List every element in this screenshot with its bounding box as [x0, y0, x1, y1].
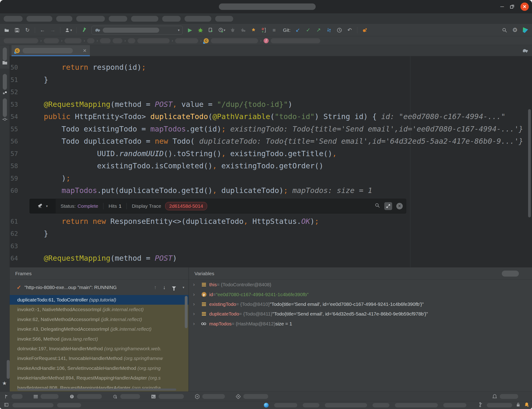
- strip-scrollbar-thumb[interactable]: [7, 360, 10, 379]
- back-icon[interactable]: ←: [39, 27, 45, 34]
- menu-item[interactable]: [56, 16, 72, 22]
- code-editor[interactable]: 50 return respond(id);51 }5253 @RequestM…: [10, 56, 532, 267]
- chevron-right-icon[interactable]: ›: [193, 282, 200, 288]
- editor-tab[interactable]: C ✕: [11, 45, 90, 56]
- toolwindow-profiler[interactable]: [113, 394, 140, 399]
- code-line[interactable]: 52: [10, 86, 532, 98]
- previous-frame-icon[interactable]: ↑: [154, 284, 156, 290]
- structure-icon[interactable]: [2, 91, 8, 96]
- menu-item[interactable]: [4, 16, 23, 22]
- status-item[interactable]: [325, 403, 367, 407]
- breadcrumb-item[interactable]: [100, 38, 111, 43]
- profiler-icon[interactable]: ▾: [218, 27, 226, 34]
- search-icon[interactable]: [375, 203, 380, 209]
- code-line[interactable]: 58 existingTodo.isCompleted(), existingT…: [10, 160, 532, 172]
- git-fetch-icon[interactable]: [326, 27, 332, 34]
- line-number[interactable]: 63: [10, 240, 18, 252]
- line-number[interactable]: 59: [10, 172, 18, 185]
- frame-row[interactable]: doInvoke:197, InvocableHandlerMethod (or…: [10, 344, 189, 353]
- build-hammer-icon[interactable]: [81, 27, 87, 34]
- toolwindow-problems[interactable]: [70, 394, 102, 399]
- variable-row[interactable]: ›pid = "ee0d7080-c167-4994-9241-1c4b6fe3…: [189, 289, 532, 299]
- run-configuration-select[interactable]: ▾: [92, 26, 183, 35]
- debug-icon[interactable]: [198, 27, 203, 34]
- toolwindow-endpoints[interactable]: [195, 394, 225, 399]
- frame-row[interactable]: invokeForRequest:141, InvocableHandlerMe…: [10, 353, 189, 363]
- gradle-elephant-icon[interactable]: [522, 47, 528, 54]
- toolwindow-terminal[interactable]: [151, 394, 184, 399]
- breadcrumb-item[interactable]: [113, 38, 122, 43]
- commit-target-icon[interactable]: [2, 117, 8, 122]
- rerun-tasks-icon[interactable]: *: [250, 28, 256, 35]
- status-item[interactable]: [372, 403, 390, 407]
- breadcrumb-item[interactable]: [65, 38, 82, 43]
- toolwindow-debug[interactable]: [5, 394, 23, 399]
- history-clock-icon[interactable]: [336, 27, 342, 34]
- variable-row[interactable]: ›mapTodos = {HashMap@8412} size = 1: [189, 319, 532, 329]
- run-icon[interactable]: ▶: [187, 27, 193, 34]
- git-push-icon[interactable]: ↗: [316, 27, 322, 34]
- code-line[interactable]: 60 mapTodos.put(duplicateTodo.getId(), d…: [10, 185, 532, 197]
- open-folder-icon[interactable]: [4, 27, 10, 34]
- code-line[interactable]: 63: [10, 240, 532, 252]
- minimize-button[interactable]: ─: [500, 4, 504, 9]
- frames-hscrollbar-thumb[interactable]: [17, 389, 176, 390]
- breadcrumb-item[interactable]: [137, 38, 170, 43]
- trace-mode-selector[interactable]: ▾: [30, 199, 56, 213]
- code-line[interactable]: 59 );: [10, 172, 532, 185]
- menu-item[interactable]: [27, 16, 52, 22]
- lock-icon[interactable]: [516, 402, 520, 408]
- variables-panel-control-redacted[interactable]: [502, 270, 519, 277]
- breadcrumb-item[interactable]: [175, 38, 198, 43]
- notification-bell-icon[interactable]: [524, 402, 529, 408]
- line-number[interactable]: 53: [10, 98, 18, 111]
- frame-row[interactable]: invoke0:-1, NativeMethodAccessorImpl (jd…: [10, 305, 189, 314]
- code-line[interactable]: 55 Todo existingTodo = mapTodos.get(id);…: [10, 123, 532, 135]
- frames-scrollbar-thumb[interactable]: [185, 296, 188, 328]
- status-item[interactable]: [57, 403, 81, 407]
- toolwindow-button[interactable]: [3, 98, 7, 117]
- branch-name-redacted[interactable]: [487, 403, 512, 407]
- favorites-star-icon[interactable]: ★: [2, 380, 7, 386]
- trace-id-badge[interactable]: 2d61458d-5014: [165, 202, 207, 210]
- run-with-coverage-icon[interactable]: [208, 27, 214, 34]
- user-profile-icon[interactable]: ▾: [65, 27, 72, 34]
- code-line[interactable]: 56 Todo duplicateTodo = new Todo( duplic…: [10, 135, 532, 148]
- ide-plugin-logo-icon[interactable]: [522, 27, 528, 33]
- rollback-icon[interactable]: ↶: [347, 27, 353, 34]
- git-update-icon[interactable]: ↙: [295, 27, 301, 34]
- line-number[interactable]: 60: [10, 185, 18, 197]
- display-trace-label[interactable]: Display Trace: [132, 203, 161, 209]
- notifications-toolwindow[interactable]: [492, 394, 518, 399]
- frame-row[interactable]: invoke:43, DelegatingMethodAccessorImpl …: [10, 324, 189, 334]
- menu-item[interactable]: [215, 16, 233, 22]
- filter-funnel-icon[interactable]: [172, 287, 176, 288]
- tab-close-icon[interactable]: ✕: [83, 48, 87, 53]
- frame-row[interactable]: invokeAndHandle:106, ServletInvocableHan…: [10, 363, 189, 373]
- variable-row[interactable]: ›existingTodo = {Todo@8410} "Todo{title=…: [189, 299, 532, 309]
- line-number[interactable]: 50: [10, 61, 18, 74]
- next-frame-icon[interactable]: ↓: [163, 284, 165, 290]
- chevron-right-icon[interactable]: ›: [193, 301, 200, 307]
- line-number[interactable]: 54: [10, 111, 18, 123]
- toolwindow-button[interactable]: [3, 47, 7, 61]
- variable-row[interactable]: ›this = {TodoController@8408}: [189, 280, 532, 289]
- menu-item[interactable]: [162, 16, 181, 22]
- chevron-right-icon[interactable]: ›: [193, 321, 200, 327]
- breadcrumb-item[interactable]: [87, 38, 95, 43]
- line-number[interactable]: 51: [10, 74, 18, 86]
- breadcrumb-item-class[interactable]: [211, 38, 258, 43]
- close-trace-icon[interactable]: ✕: [396, 203, 403, 209]
- restore-button[interactable]: [510, 4, 514, 9]
- status-item[interactable]: [12, 403, 53, 407]
- breadcrumb-item[interactable]: [128, 38, 135, 43]
- variable-row[interactable]: ›duplicateTodo = {Todo@8411} "Todo{title…: [189, 309, 532, 319]
- status-item[interactable]: [303, 403, 319, 407]
- frame-row[interactable]: invoke:566, Method (java.lang.reflect): [10, 334, 189, 344]
- status-item[interactable]: [443, 403, 466, 407]
- sync-icon[interactable]: ↻: [24, 27, 30, 34]
- forward-icon[interactable]: →: [50, 27, 56, 34]
- line-number[interactable]: 58: [10, 160, 18, 172]
- titlebar[interactable]: ─ ✕: [0, 0, 532, 13]
- status-item[interactable]: [274, 403, 297, 407]
